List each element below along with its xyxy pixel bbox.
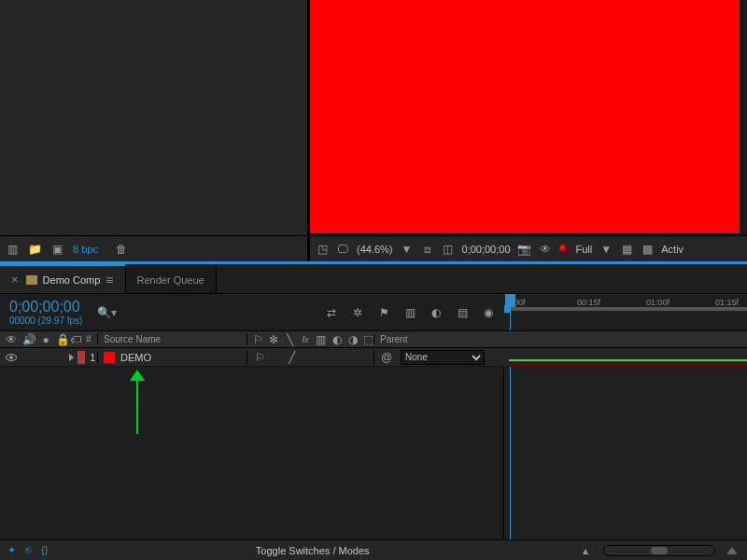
preview-panel: ◳ 🖵 (44.6%) ▼ ⧈ ◫ 0;00;00;00 📷 👁 Full ▼ … — [308, 0, 747, 261]
comp-icon — [26, 275, 37, 285]
layer-name[interactable]: DEMO — [120, 352, 151, 363]
graph-editor-icon[interactable]: ▤ — [456, 306, 469, 319]
channel-icon[interactable] — [559, 245, 569, 254]
layer-index: 1 — [89, 352, 97, 363]
draft3d-icon[interactable]: ✲ — [351, 306, 364, 319]
composition-viewer[interactable] — [310, 0, 740, 233]
timeline-body-left[interactable] — [0, 367, 504, 560]
ruler-mark: 01:15f — [715, 298, 739, 307]
active-camera-label[interactable]: Activ — [661, 244, 684, 255]
timeline-footer: ✦ ⎋ {} Toggle Switches / Modes ▴ — [0, 539, 747, 560]
expand-layer-icon[interactable] — [69, 354, 74, 361]
zoom-out-icon[interactable]: ▴ — [579, 544, 592, 557]
timeline-body — [0, 367, 747, 560]
tab-render-queue[interactable]: Render Queue — [126, 264, 217, 293]
timeline-header: 0;00;00;00 00000 (29.97 fps) 🔍▾ ⇄ ✲ ⚑ ▥ … — [0, 294, 747, 331]
brainstorm-icon[interactable]: ◉ — [482, 306, 495, 319]
audio-col-icon[interactable]: 🔊 — [22, 333, 35, 346]
close-tab-icon[interactable]: × — [11, 273, 19, 287]
frame-info: 00000 (29.97 fps) — [9, 315, 82, 326]
new-comp-icon[interactable]: ▣ — [50, 243, 63, 256]
project-panel: ▥ 📁 ▣ 8 bpc 🗑 — [0, 0, 308, 261]
current-time[interactable]: 0;00;00;00 — [9, 299, 82, 315]
tab-label: Render Queue — [137, 274, 204, 286]
index-col-header[interactable]: # — [86, 334, 92, 344]
layer-color-label[interactable] — [78, 351, 85, 364]
resolution-dropdown[interactable]: Full — [576, 244, 593, 255]
solo-col-icon[interactable]: ● — [41, 333, 50, 346]
zoom-percent[interactable]: (44.6%) — [357, 244, 393, 255]
preview-toolbar: ◳ 🖵 (44.6%) ▼ ⧈ ◫ 0;00;00;00 📷 👁 Full ▼ … — [310, 235, 747, 261]
column-headers: 👁 🔊 ● 🔒 🏷 # Source Name ⚐ ✻ ╲ fx ▥ ◐ ◑ ⬚… — [0, 331, 747, 348]
playhead-line[interactable] — [510, 367, 511, 560]
work-area-bar[interactable] — [504, 307, 747, 311]
layer-row-1[interactable]: 1 DEMO ⚐ ╱ @ None — [0, 348, 747, 367]
layer-visibility-toggle[interactable] — [6, 354, 17, 361]
parent-col-header[interactable]: Parent — [374, 334, 504, 344]
ruler-mark: 01:00f — [646, 298, 669, 307]
playhead-handle-icon[interactable] — [505, 294, 515, 307]
layer-quality-switch[interactable]: ╱ — [285, 351, 298, 364]
video-col-icon[interactable]: 👁 — [6, 333, 17, 346]
monitor-icon[interactable]: 🖵 — [336, 243, 349, 256]
motion-blur-icon[interactable]: ◐ — [430, 306, 443, 319]
toggle-switches-icon-3[interactable]: {} — [41, 544, 48, 556]
shy-switch-icon: ⚐ — [253, 333, 263, 346]
interpret-footage-icon[interactable]: ▥ — [6, 243, 19, 256]
frame-blend-icon[interactable]: ▥ — [403, 306, 416, 319]
pickwhip-icon[interactable]: @ — [380, 351, 393, 364]
roi-icon[interactable]: ▦ — [620, 243, 633, 256]
collapse-switch-icon: ✻ — [269, 333, 279, 346]
zoom-dropdown-icon[interactable]: ▼ — [401, 243, 414, 256]
toggle-switches-modes-button[interactable]: Toggle Switches / Modes — [55, 545, 570, 556]
current-time-display[interactable]: 0;00;00;00 — [462, 244, 511, 255]
tab-label: Demo Comp — [43, 274, 101, 286]
moblur-switch-icon: ◐ — [331, 333, 342, 346]
toggle-switches-icon-2[interactable]: ⎋ — [25, 544, 32, 556]
frameblend-switch-icon: ▥ — [316, 333, 326, 346]
snapshot-icon[interactable]: 📷 — [518, 243, 531, 256]
layer-swatch-icon — [104, 352, 115, 363]
annotation-arrow-head-icon — [130, 370, 145, 381]
playhead[interactable] — [510, 294, 511, 330]
switches-col-header: ⚐ ✻ ╲ fx ▥ ◐ ◑ ⬚ — [247, 333, 374, 346]
always-preview-icon[interactable]: ◳ — [316, 243, 329, 256]
trash-icon[interactable]: 🗑 — [115, 243, 128, 256]
zoom-slider-thumb[interactable] — [651, 547, 668, 554]
project-body[interactable] — [0, 0, 307, 235]
quality-switch-icon: ╲ — [285, 333, 295, 346]
layer-shy-switch[interactable]: ⚐ — [253, 351, 266, 364]
parent-dropdown[interactable]: None — [401, 350, 485, 365]
annotation-arrow — [136, 378, 138, 434]
folder-icon[interactable]: 📁 — [28, 243, 41, 256]
hide-shy-icon[interactable]: ⚑ — [377, 306, 390, 319]
zoom-in-icon[interactable] — [726, 547, 738, 554]
grid-mask-icon[interactable]: ◫ — [442, 243, 455, 256]
tab-demo-comp[interactable]: × Demo Comp ≡ — [0, 264, 126, 293]
search-icon[interactable]: 🔍▾ — [97, 306, 117, 319]
fx-switch-icon: fx — [301, 333, 311, 346]
toggle-switches-icon-1[interactable]: ✦ — [7, 544, 16, 556]
adjust-switch-icon: ◑ — [347, 333, 358, 346]
lock-col-icon[interactable]: 🔒 — [56, 333, 69, 346]
preview-canvas-wrap — [310, 0, 747, 235]
source-name-col-header[interactable]: Source Name — [97, 334, 247, 344]
tab-menu-icon[interactable]: ≡ — [106, 273, 113, 287]
3d-switch-icon: ⬚ — [363, 333, 374, 346]
ruler-mark: 00:15f — [577, 298, 600, 307]
project-toolbar: ▥ 📁 ▣ 8 bpc 🗑 — [0, 235, 307, 261]
label-col-icon[interactable]: 🏷 — [69, 333, 82, 346]
timeline-body-right[interactable] — [504, 367, 747, 560]
transparency-grid-icon[interactable]: ▩ — [641, 243, 654, 256]
timeline-panel: × Demo Comp ≡ Render Queue 0;00;00;00 00… — [0, 261, 747, 560]
resolution-dropdown-arrow-icon[interactable]: ▼ — [599, 243, 613, 256]
zoom-slider[interactable] — [603, 545, 715, 556]
comp-mini-flow-icon[interactable]: ⇄ — [325, 306, 338, 319]
timeline-tab-row: × Demo Comp ≡ Render Queue — [0, 264, 747, 294]
show-snapshot-icon[interactable]: 👁 — [539, 243, 552, 256]
safe-zones-icon[interactable]: ⧈ — [421, 243, 434, 256]
bpc-button[interactable]: 8 bpc — [73, 244, 98, 255]
